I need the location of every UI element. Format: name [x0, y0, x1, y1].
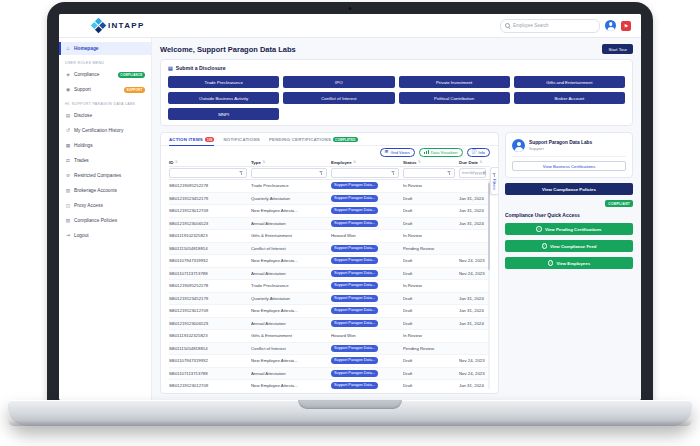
- col-header-status[interactable]: Status: [403, 160, 416, 165]
- sidebar-item-homepage[interactable]: ⌂ Homepage: [59, 42, 151, 55]
- sidebar-item[interactable]: ▤ Disclose: [59, 109, 151, 122]
- sort-icon[interactable]: ⇅: [480, 160, 483, 164]
- disclosure-button[interactable]: Private Investment: [399, 76, 510, 88]
- table-row[interactable]: SB01219123012709 New Employee Attesta...…: [169, 305, 490, 318]
- table-row[interactable]: SB01219123006523 Annual Attestation Supp…: [169, 218, 490, 231]
- filter-input-status[interactable]: [406, 170, 447, 175]
- employee-chip[interactable]: Support Paragon Data...: [331, 195, 378, 202]
- table-row[interactable]: SB01119102325823 Gifts & Entertainment H…: [169, 230, 490, 243]
- sidebar-item[interactable]: ◫ Proxy Access: [59, 199, 151, 212]
- employee-chip[interactable]: Support Paragon Data...: [331, 370, 378, 377]
- table-row[interactable]: SB01115054818814 Conflict of Interest Su…: [169, 343, 490, 356]
- tab-pending-certifications[interactable]: PENDING CERTIFICATIONS COMPLETED: [269, 137, 358, 145]
- employee-chip[interactable]: Support Paragon Data...: [331, 257, 378, 264]
- employee-chip[interactable]: Support Paragon Data...: [331, 220, 378, 227]
- employee-chip[interactable]: Support Paragon Data...: [331, 357, 378, 364]
- table-row[interactable]: SB01107113713788 Annual Attestation Supp…: [169, 268, 490, 281]
- funnel-icon[interactable]: [319, 170, 324, 175]
- tab-notifications[interactable]: NOTIFICATIONS: [223, 137, 259, 145]
- employee-chip[interactable]: Support Paragon Data...: [331, 270, 378, 277]
- disclosure-button[interactable]: Gifts and Entertainment: [514, 76, 625, 88]
- view-business-certifications-button[interactable]: View Business Certifications: [512, 161, 626, 171]
- table-filter-row: mm/dd/yyyy▦: [169, 167, 490, 180]
- funnel-icon[interactable]: [391, 170, 396, 175]
- filter-input-employee[interactable]: [334, 170, 391, 175]
- disclosure-button[interactable]: Conflict of Interest: [283, 92, 394, 104]
- table-row[interactable]: SB01119102325823 Gifts & Entertainment H…: [169, 330, 490, 343]
- user-avatar[interactable]: [605, 20, 616, 31]
- col-header-due-date[interactable]: Due Date: [459, 160, 478, 165]
- col-header-type[interactable]: Type: [251, 160, 261, 165]
- employee-chip[interactable]: Howard Won: [331, 233, 356, 238]
- quick-access-button[interactable]: ✓ View Compliance Feed: [505, 240, 633, 252]
- search-input[interactable]: [513, 23, 595, 28]
- col-header-employee[interactable]: Employee: [331, 160, 352, 165]
- employee-chip[interactable]: Support Paragon Data...: [331, 245, 378, 252]
- cell-id: SB01115054818814: [169, 346, 251, 351]
- disclosure-button[interactable]: Trade Preclearance: [168, 76, 279, 88]
- col-header-id[interactable]: ID: [169, 160, 173, 165]
- table-row[interactable]: SB01219123012709 New Employee Attesta...…: [169, 380, 490, 390]
- data-visualizer-button[interactable]: Data Visualizer: [419, 148, 463, 157]
- sidebar-item[interactable]: ▧ Compliance Policies: [59, 214, 151, 227]
- employee-chip[interactable]: Support Paragon Data...: [331, 295, 378, 302]
- table-row[interactable]: SB01219123012709 New Employee Attesta...…: [169, 205, 490, 218]
- sort-icon[interactable]: ⇅: [262, 160, 265, 164]
- table-row[interactable]: SB01219095252278 Trade Preclearance Supp…: [169, 180, 490, 193]
- filter-input-type[interactable]: [254, 170, 319, 175]
- sort-icon[interactable]: ⇅: [175, 160, 178, 164]
- sidebar-item[interactable]: ⇄ Trades: [59, 154, 151, 167]
- grid-views-button[interactable]: ⊞ Grid Views: [380, 148, 415, 157]
- table-row[interactable]: SB01107947319932 New Employee Attesta...…: [169, 355, 490, 368]
- sidebar-item[interactable]: ⇥ Logout: [59, 229, 151, 242]
- filters-side-tab[interactable]: Filters: [490, 167, 498, 195]
- table-row[interactable]: SB01219123452179 Quarterly Attestation S…: [169, 293, 490, 306]
- disclosure-button[interactable]: MNPI: [168, 108, 279, 120]
- funnel-icon[interactable]: [447, 170, 452, 175]
- view-compliance-policies-button[interactable]: View Compliance Policies: [505, 183, 633, 195]
- quick-access-button[interactable]: ✓ View Employees: [505, 257, 633, 269]
- filter-input-id[interactable]: [172, 170, 239, 175]
- disclosure-button[interactable]: IPO: [283, 76, 394, 88]
- filter-date-picker[interactable]: mm/dd/yyyy▦: [459, 168, 486, 178]
- intapp-logo[interactable]: INTAPP: [93, 20, 145, 31]
- disclosure-button[interactable]: Political Contribution: [399, 92, 510, 104]
- table-row[interactable]: SB01219123006523 Annual Attestation Supp…: [169, 318, 490, 331]
- start-tour-button[interactable]: Start Tour: [602, 44, 633, 54]
- sidebar-item[interactable]: ▦ Holdings: [59, 139, 151, 152]
- info-button[interactable]: ⓘ Info: [467, 148, 490, 157]
- sort-icon[interactable]: ⇅: [353, 160, 356, 164]
- employee-chip[interactable]: Howard Won: [331, 333, 356, 338]
- quick-access-button[interactable]: ✓ View Pending Certifications: [505, 223, 633, 235]
- employee-chip[interactable]: Support Paragon Data...: [331, 307, 378, 314]
- employee-chip[interactable]: Support Paragon Data...: [331, 320, 378, 327]
- sidebar-item[interactable]: ▥ Brokerage Accounts: [59, 184, 151, 197]
- table-row[interactable]: SB01107113713788 Annual Attestation Supp…: [169, 368, 490, 381]
- submit-disclosure-card: ▤ Submit a Disclosure Trade Preclearance…: [160, 59, 633, 126]
- sidebar-item[interactable]: ↺ My Certification History: [59, 124, 151, 137]
- employee-chip[interactable]: Support Paragon Data...: [331, 382, 378, 389]
- cell-id: SB01107947319932: [169, 258, 251, 263]
- funnel-icon[interactable]: [239, 170, 244, 175]
- table-row[interactable]: SB01107947319932 New Employee Attesta...…: [169, 255, 490, 268]
- table-row[interactable]: SB01115054818814 Conflict of Interest Su…: [169, 243, 490, 256]
- employee-chip[interactable]: Support Paragon Data...: [331, 182, 378, 189]
- table-scrollbar[interactable]: [488, 181, 491, 389]
- disclosure-button[interactable]: Broker Account: [514, 92, 625, 104]
- tab-action-items[interactable]: ACTION ITEMS 139: [169, 137, 214, 146]
- employee-chip[interactable]: Support Paragon Data...: [331, 207, 378, 214]
- employee-search[interactable]: [500, 19, 600, 33]
- notification-flag-icon[interactable]: ⚑: [621, 21, 631, 31]
- table-row[interactable]: SB01219095252278 Trade Preclearance Supp…: [169, 280, 490, 293]
- sidebar-role-item[interactable]: ◉ Support SUPPORT: [59, 83, 151, 96]
- employee-chip[interactable]: Support Paragon Data...: [331, 282, 378, 289]
- sidebar-item[interactable]: ⊘ Restricted Companies: [59, 169, 151, 182]
- sidebar-role-item[interactable]: ◈ Compliance COMPLIANCE: [59, 68, 151, 81]
- profile-card: Support Paragon Data Labs Support View B…: [505, 132, 633, 178]
- disclosure-button[interactable]: Outside Business Activity: [168, 92, 279, 104]
- table-row[interactable]: SB01219123452179 Quarterly Attestation S…: [169, 193, 490, 206]
- scrollbar-thumb[interactable]: [488, 183, 491, 270]
- sort-icon[interactable]: ⇅: [418, 160, 421, 164]
- employee-chip[interactable]: Support Paragon Data...: [331, 345, 378, 352]
- check-circle-icon: ✓: [542, 243, 548, 249]
